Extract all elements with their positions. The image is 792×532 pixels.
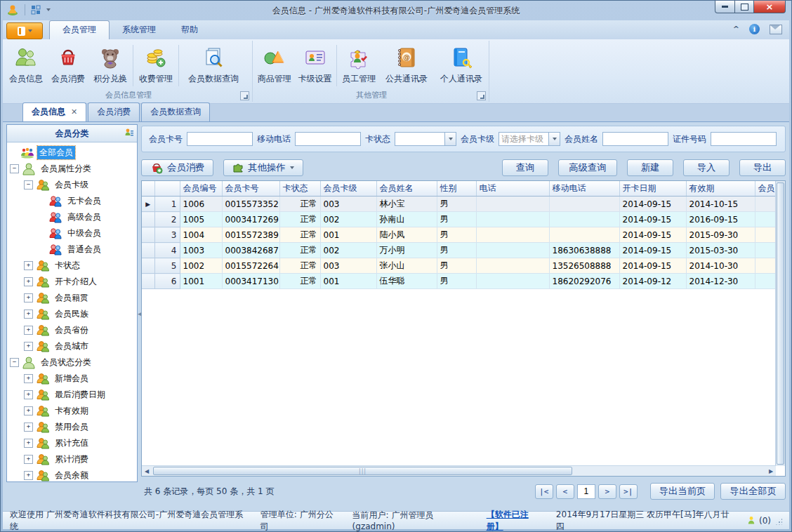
expand-icon[interactable]: + <box>24 374 33 383</box>
collapse-icon[interactable]: − <box>10 164 19 173</box>
tree-node-label[interactable]: 会员状态分类 <box>39 356 93 369</box>
tree-node-6[interactable]: 普通会员 <box>7 241 137 258</box>
tree-node-label[interactable]: 卡有效期 <box>53 404 91 418</box>
grid-cell[interactable]: 伍华聪 <box>376 274 437 289</box>
toolbar-button-other-actions[interactable]: 其他操作 <box>223 159 303 176</box>
grid-cell[interactable]: 0015572389 <box>222 227 279 243</box>
export-current-page-button[interactable]: 导出当前页 <box>650 483 715 500</box>
maximize-button[interactable] <box>735 1 754 13</box>
tree-node-label[interactable]: 会员余额 <box>53 469 91 481</box>
member-list-icon[interactable] <box>124 128 134 138</box>
tree-node-label[interactable]: 累计消费 <box>53 453 91 466</box>
column-header-8[interactable]: 开卡日期 <box>619 181 686 197</box>
tree-node-label[interactable]: 会员卡级 <box>53 178 91 192</box>
grid-cell[interactable]: 正常 <box>279 197 320 212</box>
grid-cell[interactable]: 1003 <box>180 243 222 258</box>
grid-cell[interactable]: 1002 <box>180 258 222 274</box>
grid-cell[interactable]: 002 <box>320 243 376 258</box>
tree-node-19[interactable]: +累计消费 <box>7 451 137 467</box>
grid-cell[interactable]: 正常 <box>279 274 320 289</box>
grid-cell[interactable]: 陆小凤 <box>376 227 437 243</box>
dialog-launcher-icon[interactable] <box>240 91 249 100</box>
grid-cell[interactable]: 孙南山 <box>376 212 437 227</box>
grid-cell[interactable]: 2014-12-30 <box>686 274 755 289</box>
grid-cell[interactable]: 13526508888 <box>549 258 619 274</box>
grid-cell[interactable]: 003 <box>320 258 376 274</box>
filter-input-5[interactable] <box>711 132 777 146</box>
grid-cell[interactable]: 1005 <box>180 212 222 227</box>
grid-cell[interactable]: 1001 <box>180 274 222 289</box>
tree-node-16[interactable]: +卡有效期 <box>7 403 137 419</box>
column-header-3[interactable]: 会员卡级 <box>320 181 376 197</box>
tree-node-10[interactable]: +会员民族 <box>7 306 137 322</box>
collapse-ribbon-icon[interactable]: ^ <box>733 25 739 34</box>
export-all-pages-button[interactable]: 导出全部页 <box>720 483 786 500</box>
document-tab-0[interactable]: 会员信息✕ <box>22 102 86 121</box>
toolbar-button-member-consume[interactable]: 会员消费 <box>141 159 213 176</box>
grid-cell[interactable]: 男 <box>437 212 476 227</box>
expand-icon[interactable]: + <box>24 423 33 432</box>
ribbon-tab-1[interactable]: 系统管理 <box>110 21 169 39</box>
grid-cell[interactable]: 003 <box>320 197 376 212</box>
expand-icon[interactable]: + <box>24 455 33 464</box>
grid-row-1[interactable]: ▶110060015573352正常003林小宝男2014-09-152014-… <box>142 197 783 212</box>
expand-icon[interactable]: + <box>24 261 33 270</box>
filter-input-4[interactable] <box>602 132 668 146</box>
ribbon-button-0-4[interactable]: 会员数据查询 <box>180 42 246 89</box>
grid-cell[interactable]: 男 <box>437 227 476 243</box>
grid-cell[interactable]: 2014-09-12 <box>619 274 686 289</box>
column-header-2[interactable]: 卡状态 <box>279 181 320 197</box>
ribbon-button-1-4[interactable]: 个人通讯录 <box>434 42 489 89</box>
vertical-scroll-thumb[interactable] <box>777 182 784 465</box>
collapse-icon[interactable]: − <box>24 180 33 189</box>
tree-node-label[interactable]: 会员籍贯 <box>53 291 91 305</box>
grid-cell[interactable]: 2015-09-30 <box>686 227 755 243</box>
chevron-down-icon[interactable] <box>548 133 560 145</box>
grid-cell[interactable]: 001 <box>320 274 376 289</box>
grid-cell[interactable]: 2015-03-30 <box>686 243 755 258</box>
grid-cell[interactable]: 正常 <box>279 227 320 243</box>
tree-node-3[interactable]: 无卡会员 <box>7 193 137 209</box>
tree-node-label[interactable]: 卡状态 <box>53 259 82 272</box>
tree-node-5[interactable]: 中级会员 <box>7 225 137 241</box>
ribbon-button-1-3[interactable]: @公共通讯录 <box>379 42 434 89</box>
query-button[interactable]: 查询 <box>502 159 548 176</box>
import-button[interactable]: 导入 <box>683 159 730 176</box>
last-page-button[interactable]: >| <box>619 484 638 499</box>
tab-close-icon[interactable]: ✕ <box>71 107 77 117</box>
ribbon-button-0-0[interactable]: 会员信息 <box>5 42 47 89</box>
column-header-0[interactable]: 会员编号 <box>180 181 222 197</box>
tree-node-label[interactable]: 普通会员 <box>65 243 103 256</box>
vertical-scrollbar[interactable] <box>775 181 785 466</box>
grid-cell[interactable] <box>476 258 549 274</box>
tree-node-9[interactable]: +会员籍贯 <box>7 290 137 306</box>
tree-node-7[interactable]: +卡状态 <box>7 258 137 274</box>
tree-node-label[interactable]: 禁用会员 <box>53 420 91 434</box>
grid-cell[interactable]: 1006 <box>180 197 222 212</box>
ribbon-button-1-2[interactable]: 员工管理 <box>338 42 379 89</box>
horizontal-scroll-thumb[interactable]: ||| <box>153 467 572 475</box>
expand-icon[interactable]: + <box>24 293 33 302</box>
tree-node-label[interactable]: 最后消费日期 <box>53 388 107 401</box>
expand-icon[interactable]: + <box>24 439 33 448</box>
grid-cell[interactable] <box>549 227 619 243</box>
export-button[interactable]: 导出 <box>739 159 786 176</box>
tree-node-label[interactable]: 会员属性分类 <box>39 162 93 175</box>
tree-node-15[interactable]: +最后消费日期 <box>7 387 137 403</box>
grid-cell[interactable]: 男 <box>437 243 476 258</box>
grid-cell[interactable]: 2014-09-15 <box>619 212 686 227</box>
advanced-query-button[interactable]: 高级查询 <box>558 159 617 176</box>
tree-node-2[interactable]: −会员卡级 <box>7 177 137 193</box>
collapse-icon[interactable]: − <box>10 358 19 367</box>
tree-node-11[interactable]: +会员省份 <box>7 322 137 338</box>
grid-cell[interactable]: 001 <box>320 227 376 243</box>
grid-row-2[interactable]: 210050003417269正常002孙南山男2014-09-152016-0… <box>142 212 783 227</box>
grid-cell[interactable]: 正常 <box>279 243 320 258</box>
grid-cell[interactable]: 2014-09-15 <box>619 227 686 243</box>
tree-node-label[interactable]: 无卡会员 <box>65 194 103 208</box>
tree-node-14[interactable]: +新增会员 <box>7 371 137 387</box>
tree-node-1[interactable]: −会员属性分类 <box>7 161 137 177</box>
grid-cell[interactable]: 张小山 <box>376 258 437 274</box>
ribbon-button-0-3[interactable]: 收费管理 <box>135 42 177 89</box>
tree-node-12[interactable]: +会员城市 <box>7 338 137 354</box>
